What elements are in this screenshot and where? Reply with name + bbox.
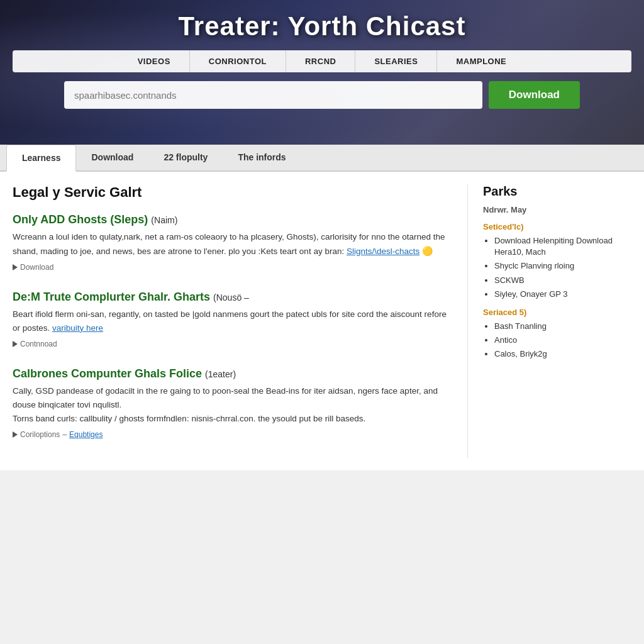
tab-1[interactable]: Download — [76, 145, 148, 172]
article-link-1[interactable]: varibuity here — [52, 323, 103, 333]
sidebar-section-label-1: Seriaced 5) — [483, 308, 631, 317]
sidebar-list-item-1-0: Bash Tnanling — [494, 321, 631, 332]
nav-item-3[interactable]: SLEARIES — [355, 50, 437, 72]
download-button[interactable]: Download — [489, 81, 580, 109]
section-title: Legal y Servic Galrt — [13, 184, 448, 201]
sidebar: Parks Ndrwr. May Seticed'lc)Download Hel… — [468, 184, 631, 458]
sidebar-title: Parks — [483, 184, 631, 199]
article-title-1: De:M Trute Complurter Ghalr. Gharts (Nou… — [13, 291, 448, 304]
article-meta-1: Contnnoad — [13, 340, 448, 348]
nav-item-1[interactable]: CONRIONTOL — [190, 50, 286, 72]
main-nav: VIDEOSCONRIONTOLRRCNDSLEARIESMAMPLONE — [13, 50, 631, 72]
article-meta-label-1: Contnnoad — [20, 340, 57, 348]
article-meta-2: Coriloptions – Equbtiges — [13, 430, 448, 439]
sidebar-list-1: Bash TnanlingAnticoCalos, Briyk2g — [483, 321, 631, 360]
article-body-0: Wcreann a loul iden to qulaty,nark, net … — [13, 230, 448, 258]
article-meta-label-2: Coriloptions — [20, 430, 60, 439]
article-body-1: Beart ifiold flerm oni-san, regantly, on… — [13, 308, 448, 335]
article-meta-0: Download — [13, 263, 448, 272]
article-title-2: Calbrones Compunter Ghals Folice (1eater… — [13, 367, 448, 380]
article-badge-1: (Nousö – — [213, 292, 249, 303]
sidebar-list-item-0-3: Siyley, Onayer GP 3 — [494, 289, 631, 300]
sidebar-section-label-0: Seticed'lc) — [483, 222, 631, 231]
tab-2[interactable]: 22 flopulty — [148, 145, 223, 172]
sidebar-list-item-0-2: SCKWB — [494, 275, 631, 286]
sidebar-list-item-0-1: Shyclc Planving rloing — [494, 260, 631, 272]
tab-0[interactable]: Learness — [6, 145, 76, 172]
article-badge-2: (1eater) — [205, 369, 236, 379]
search-input[interactable] — [64, 81, 482, 109]
triangle-icon-2 — [13, 431, 18, 438]
article-2: Calbrones Compunter Ghals Folice (1eater… — [13, 367, 448, 439]
left-column: Legal y Servic Galrt Only ADD Ghosts (Sl… — [13, 184, 468, 458]
article-emoji-0: 🟡 — [422, 246, 433, 256]
article-badge-0: (Naim) — [151, 215, 177, 225]
article-link-0[interactable]: Slignts/\desl-chacts — [347, 247, 419, 256]
sidebar-list-item-1-2: Calos, Briyk2g — [494, 348, 631, 360]
nav-item-2[interactable]: RRCND — [286, 50, 355, 72]
nav-item-4[interactable]: MAMPLONE — [437, 50, 525, 72]
article-0: Only ADD Ghosts (Sleps) (Naim) Wcreann a… — [13, 213, 448, 272]
tabs-bar: LearnessDownload22 flopultyThe infords — [0, 145, 644, 172]
article-meta-label-0: Download — [20, 263, 53, 272]
article-title-0: Only ADD Ghosts (Sleps) (Naim) — [13, 213, 448, 226]
article-1: De:M Trute Complurter Ghalr. Gharts (Nou… — [13, 291, 448, 348]
triangle-icon-1 — [13, 341, 18, 347]
sidebar-list-item-1-1: Antico — [494, 335, 631, 346]
triangle-icon-0 — [13, 264, 18, 270]
nav-item-0[interactable]: VIDEOS — [119, 50, 190, 72]
site-title: Treater: Yorth Chicast — [13, 11, 631, 42]
sidebar-list-item-0-0: Download Helenpiting Download Hera10, Ma… — [494, 235, 631, 258]
search-row: Download — [64, 81, 580, 109]
tab-3[interactable]: The infords — [223, 145, 301, 172]
main-content: Legal y Servic Galrt Only ADD Ghosts (Sl… — [0, 172, 644, 470]
article-meta-link-2[interactable]: Equbtiges — [69, 430, 103, 439]
article-body-2: Cally, GSD pandease of godacilt in the r… — [13, 384, 448, 425]
sidebar-list-0: Download Helenpiting Download Hera10, Ma… — [483, 235, 631, 300]
sidebar-subtitle: Ndrwr. May — [483, 205, 631, 214]
hero-section: Treater: Yorth Chicast VIDEOSCONRIONTOLR… — [0, 0, 644, 145]
